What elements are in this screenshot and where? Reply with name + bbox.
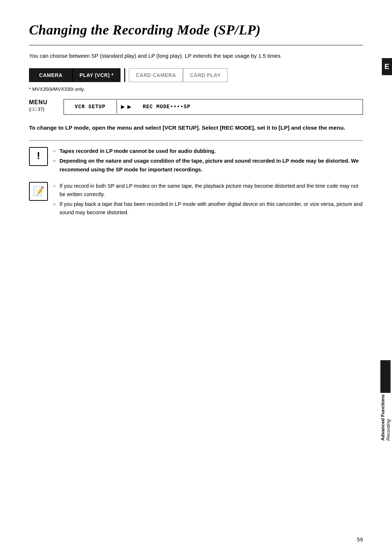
side-label-container: Advanced FunctionsRecording xyxy=(379,360,392,441)
tab-note: * MVX350i/MVX330i only. xyxy=(29,86,363,92)
note-item-1: If you record in both SP and LP modes on… xyxy=(53,182,363,199)
intro-text: You can choose between SP (standard play… xyxy=(29,52,363,60)
page-container: E Changing the Recording Mode (SP/LP) Yo… xyxy=(0,0,392,557)
tab-separator xyxy=(124,68,125,82)
page-title: Changing the Recording Mode (SP/LP) xyxy=(29,22,363,38)
note-item-2: If you play back a tape that has been re… xyxy=(53,200,363,217)
side-label-bar xyxy=(380,360,391,393)
main-instruction: To change to LP mode, open the menu and … xyxy=(29,123,363,133)
title-rule xyxy=(29,45,363,45)
menu-ref: (□□ 37) xyxy=(29,106,60,112)
tab-card-play[interactable]: CARD PLAY xyxy=(183,68,228,82)
tab-play-vcr[interactable]: PLAY (VCR) * xyxy=(73,68,121,82)
warning-icon xyxy=(29,147,48,166)
menu-boxes: VCR SETUP ►► REC MODE••••SP xyxy=(64,99,363,115)
notice-warning-block: Tapes recorded in LP mode cannot be used… xyxy=(29,147,363,175)
tab-card-camera[interactable]: CARD CAMERA xyxy=(129,68,183,82)
side-label-text: Advanced FunctionsRecording xyxy=(380,394,391,441)
note-icon: 📝 xyxy=(29,182,48,201)
warning-list: Tapes recorded in LP mode cannot be used… xyxy=(53,147,363,174)
menu-label: MENU xyxy=(29,99,60,106)
note-list: If you record in both SP and LP modes on… xyxy=(53,182,363,217)
note-content: If you record in both SP and LP modes on… xyxy=(53,182,363,219)
tab-camera[interactable]: CAMERA xyxy=(29,68,73,82)
menu-arrow-icon: ►► xyxy=(117,99,136,114)
warning-content: Tapes recorded in LP mode cannot be used… xyxy=(53,147,363,175)
side-tab-letter: E xyxy=(384,58,389,75)
side-tab-e: E xyxy=(382,58,392,75)
menu-rec-mode: REC MODE••••SP xyxy=(135,100,198,113)
section-rule xyxy=(29,140,363,141)
page-number: 59 xyxy=(357,536,363,542)
warning-item-2: Depending on the nature and usage condit… xyxy=(53,157,363,174)
notice-note-block: 📝 If you record in both SP and LP modes … xyxy=(29,182,363,219)
menu-section: MENU (□□ 37) VCR SETUP ►► REC MODE••••SP xyxy=(29,99,363,115)
warning-item-1: Tapes recorded in LP mode cannot be used… xyxy=(53,147,363,155)
mode-tabs-row: CAMERA PLAY (VCR) * CARD CAMERA CARD PLA… xyxy=(29,68,363,82)
menu-vcr-setup: VCR SETUP xyxy=(64,100,117,113)
menu-label-block: MENU (□□ 37) xyxy=(29,99,60,112)
